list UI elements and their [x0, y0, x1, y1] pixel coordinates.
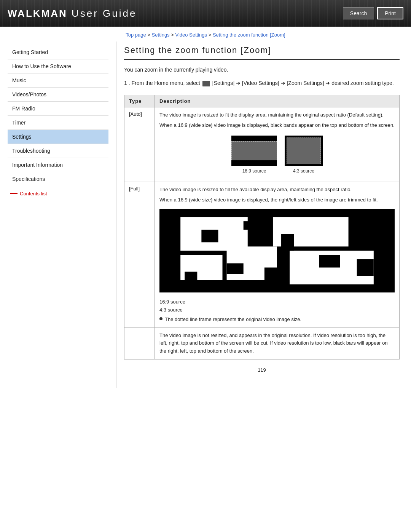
desc-full: The video image is resized to fill the a…	[155, 182, 400, 328]
table-row-original: The video image is not resized, and appe…	[124, 328, 400, 359]
sidebar: Getting Started How to Use the Software …	[8, 42, 116, 388]
contents-list-link[interactable]: Contents list	[8, 186, 108, 198]
auto-16-9-label: 16:9 source	[242, 168, 266, 175]
breadcrumb-settings[interactable]: Settings	[152, 32, 170, 38]
col-description: Description	[155, 95, 400, 107]
sidebar-item-timer[interactable]: Timer	[8, 116, 108, 130]
print-button[interactable]: Print	[377, 7, 403, 19]
auto-4-3-diagram: 4:3 source	[285, 136, 323, 175]
auto-16-9-diagram: 16:9 source	[231, 136, 277, 175]
intro-text: You can zoom in the currently playing vi…	[124, 67, 400, 73]
svg-rect-10	[227, 263, 244, 274]
page-title: Setting the zoom function [Zoom]	[124, 45, 400, 60]
breadcrumb-top-page[interactable]: Top page	[126, 32, 146, 38]
svg-rect-9	[319, 255, 340, 267]
breadcrumb-zoom-function[interactable]: Setting the zoom function [Zoom]	[213, 32, 285, 38]
breadcrumb: Top page > Settings > Video Settings > S…	[0, 27, 411, 42]
search-button[interactable]: Search	[343, 7, 374, 19]
svg-rect-11	[357, 259, 374, 276]
full-zoom-image	[159, 209, 395, 293]
bullet-dotted-line: The dotted line frame represents the ori…	[159, 316, 395, 324]
title-thin: User Guide	[67, 8, 137, 19]
sidebar-item-getting-started[interactable]: Getting Started	[8, 45, 108, 59]
desc-auto: The video image is resized to fit the di…	[155, 107, 400, 182]
sidebar-item-specifications[interactable]: Specifications	[8, 172, 108, 186]
svg-rect-8	[281, 234, 294, 251]
svg-rect-12	[185, 272, 197, 280]
sidebar-item-important-information[interactable]: Important Information	[8, 158, 108, 172]
type-full: [Full]	[124, 182, 155, 328]
auto-diagrams: 16:9 source 4:3 source	[159, 136, 395, 175]
sidebar-item-how-to-use-software[interactable]: How to Use the Software	[8, 59, 108, 73]
settings-icon	[202, 81, 210, 86]
content-area: Setting the zoom function [Zoom] You can…	[116, 42, 403, 388]
type-original	[124, 328, 155, 359]
app-title: WALKMAN User Guide	[8, 8, 137, 19]
type-auto: [Auto]	[124, 107, 155, 182]
main-layout: Getting Started How to Use the Software …	[0, 42, 411, 388]
breadcrumb-video-settings[interactable]: Video Settings	[175, 32, 207, 38]
auto-4-3-label: 4:3 source	[293, 168, 314, 175]
title-bold: WALKMAN	[8, 8, 67, 19]
zoom-table: Type Description [Auto] The video image …	[124, 95, 400, 359]
page-number: 119	[124, 367, 400, 373]
sidebar-item-music[interactable]: Music	[8, 73, 108, 88]
full-image-container	[159, 209, 395, 296]
header-buttons: Search Print	[343, 7, 403, 19]
table-row-auto: [Auto] The video image is resized to fit…	[124, 107, 400, 182]
header: WALKMAN User Guide Search Print	[0, 0, 411, 27]
sidebar-item-videos-photos[interactable]: Videos/Photos	[8, 88, 108, 102]
svg-rect-7	[244, 221, 269, 230]
col-type: Type	[124, 95, 155, 107]
svg-rect-13	[264, 267, 285, 280]
bullet-icon	[159, 317, 162, 320]
sidebar-item-fm-radio[interactable]: FM Radio	[8, 102, 108, 116]
sidebar-item-troubleshooting[interactable]: Troubleshooting	[8, 144, 108, 158]
table-row-full: [Full] The video image is resized to fil…	[124, 182, 400, 328]
step1-text: 1 . From the Home menu, select [Settings…	[124, 79, 400, 87]
desc-original: The video image is not resized, and appe…	[155, 328, 400, 359]
sidebar-item-settings[interactable]: Settings	[8, 130, 108, 144]
svg-rect-6	[201, 230, 218, 242]
